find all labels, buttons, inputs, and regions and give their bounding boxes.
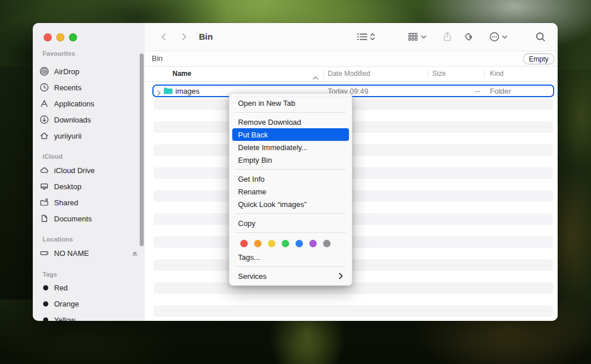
search-button[interactable] — [535, 31, 546, 45]
row-stripe — [153, 259, 553, 271]
more-button[interactable] — [488, 31, 508, 45]
sidebar-section-locations: Locations — [43, 236, 73, 243]
sidebar-item-tag-yellow[interactable]: Yellow — [39, 312, 138, 321]
document-icon — [39, 214, 49, 223]
forward-button[interactable] — [178, 31, 190, 45]
menu-item-open-in-new-tab[interactable]: Open in New Tab — [232, 97, 349, 109]
window-controls — [44, 33, 77, 41]
sidebar-item-shared[interactable]: Shared — [39, 195, 138, 210]
column-divider[interactable] — [484, 70, 485, 78]
back-button[interactable] — [158, 31, 170, 45]
folder-icon — [163, 87, 173, 97]
sidebar-item-recents[interactable]: Recents — [39, 80, 138, 95]
sidebar-item-home[interactable]: yuriiyurii — [39, 128, 138, 143]
menu-item-remove-download[interactable]: Remove Download — [232, 116, 349, 128]
row-stripe — [153, 305, 553, 317]
tag-color-green[interactable] — [282, 240, 289, 247]
menu-separator — [235, 213, 346, 214]
applications-icon — [39, 99, 49, 108]
sidebar-item-label: Yellow — [54, 316, 75, 321]
sidebar-item-label: Documents — [54, 214, 92, 223]
sidebar-item-icloud-drive[interactable]: iCloud Drive — [39, 163, 138, 178]
sidebar-item-desktop[interactable]: Desktop — [39, 179, 138, 194]
sidebar-item-tag-orange[interactable]: Orange — [39, 296, 138, 311]
file-size: -- — [424, 86, 480, 96]
menu-item-get-info[interactable]: Get Info — [232, 173, 349, 185]
tags-button[interactable] — [462, 31, 475, 45]
menu-item-copy[interactable]: Copy — [232, 217, 349, 229]
row-stripe — [153, 236, 553, 248]
sidebar-item-documents[interactable]: Documents — [39, 211, 138, 226]
close-button[interactable] — [44, 33, 52, 41]
column-header-size[interactable]: Size — [432, 70, 446, 78]
sidebar-item-airdrop[interactable]: AirDrop — [39, 64, 138, 79]
file-kind: Folder — [490, 86, 511, 96]
tag-color-yellow[interactable] — [268, 240, 275, 247]
column-header-date-modified[interactable]: Date Modified — [328, 70, 370, 78]
column-divider[interactable] — [323, 70, 324, 78]
search-icon — [535, 31, 546, 45]
share-icon — [442, 31, 453, 45]
menu-item-put-back[interactable]: Put Back — [232, 128, 349, 141]
menu-separator — [235, 232, 346, 233]
toolbar: Bin — [145, 23, 558, 51]
row-stripe — [153, 144, 553, 156]
sidebar-item-label: Shared — [54, 198, 78, 207]
row-stripe — [153, 98, 553, 110]
menu-item-services[interactable]: Services — [232, 270, 349, 282]
sidebar-item-label: Downloads — [54, 116, 91, 124]
menu-item-tags[interactable]: Tags... — [232, 251, 349, 263]
menu-item-quick-look[interactable]: Quick Look “images” — [232, 198, 349, 210]
zoom-button[interactable] — [69, 33, 77, 41]
column-header-name[interactable]: Name — [172, 70, 191, 78]
group-button[interactable] — [406, 31, 427, 45]
menu-item-rename[interactable]: Rename — [232, 185, 349, 198]
ellipsis-circle-icon — [488, 31, 508, 45]
column-divider[interactable] — [428, 70, 428, 78]
tag-color-gray[interactable] — [323, 240, 331, 247]
sidebar-section-favourites: Favourites — [43, 50, 75, 57]
menu-item-delete-immediately[interactable]: Delete Immediately... — [232, 141, 349, 154]
file-name: images — [175, 86, 199, 96]
wallpaper-trees-right — [555, 63, 591, 329]
sidebar-scrollbar[interactable] — [140, 53, 144, 246]
tag-color-purple[interactable] — [309, 240, 317, 247]
sidebar-item-label: iCloud Drive — [54, 166, 95, 175]
menu-item-empty-bin[interactable]: Empty Bin — [232, 154, 349, 166]
empty-bin-button[interactable]: Empty — [523, 53, 554, 64]
desktop-icon — [39, 182, 49, 191]
view-switcher-button[interactable] — [355, 31, 377, 45]
file-row-images[interactable]: images Today 09:49 -- Folder — [152, 85, 554, 97]
row-stripe — [153, 167, 553, 179]
menu-separator — [235, 112, 346, 113]
sidebar-item-label: Applications — [54, 99, 94, 108]
shared-folder-icon — [39, 198, 49, 207]
eject-icon[interactable] — [132, 250, 138, 256]
tag-dot-icon — [39, 315, 49, 321]
group-icon — [406, 31, 427, 45]
share-button[interactable] — [442, 31, 453, 45]
row-stripe — [153, 190, 553, 202]
sidebar-item-label: AirDrop — [54, 67, 79, 76]
sidebar: Favourites AirDrop Recents Applications … — [33, 23, 145, 321]
sidebar-item-applications[interactable]: Applications — [39, 96, 138, 111]
list-view-icon — [355, 31, 377, 45]
chevron-left-icon — [158, 31, 170, 45]
sidebar-item-no-name[interactable]: NO NAME — [39, 246, 138, 260]
home-icon — [39, 131, 49, 140]
sidebar-item-downloads[interactable]: Downloads — [39, 112, 138, 127]
column-header-kind[interactable]: Kind — [490, 70, 504, 78]
minimize-button[interactable] — [56, 33, 64, 41]
menu-item-label: Services — [238, 272, 267, 281]
disclosure-chevron-icon[interactable] — [157, 88, 161, 98]
row-stripe — [153, 121, 553, 133]
row-stripe — [153, 282, 553, 294]
tag-color-orange[interactable] — [254, 240, 262, 247]
tag-dot-icon — [39, 283, 49, 292]
sidebar-item-label: Desktop — [54, 182, 82, 191]
tag-icon — [462, 31, 475, 45]
sidebar-item-tag-red[interactable]: Red — [39, 280, 138, 295]
tag-color-red[interactable] — [240, 240, 248, 247]
tag-color-blue[interactable] — [296, 240, 303, 247]
sidebar-section-icloud: iCloud — [43, 153, 63, 160]
